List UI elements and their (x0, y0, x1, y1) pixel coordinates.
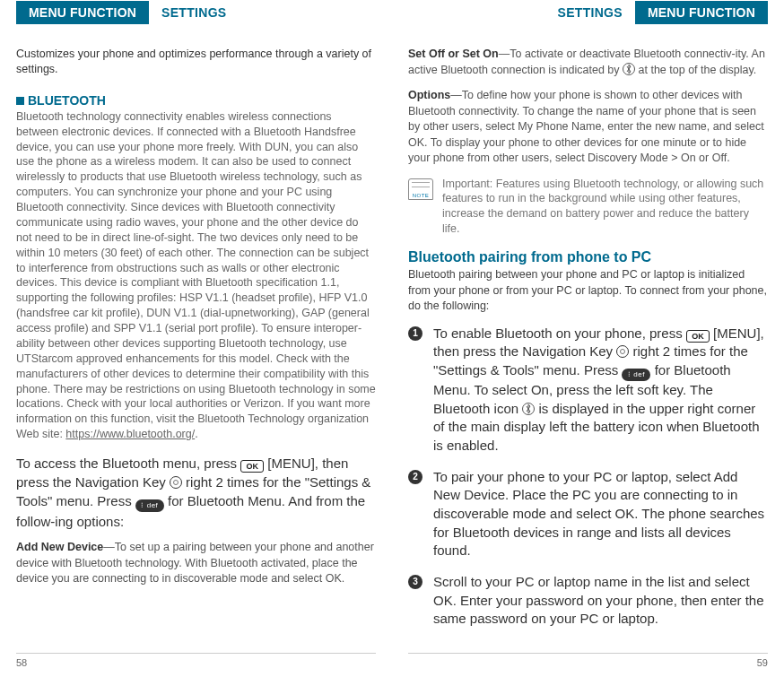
step-number-1: 1 (408, 326, 422, 341)
def-key-icon: ⁝ def (622, 369, 650, 381)
step-1-text: To enable Bluetooth on your phone, press… (433, 325, 768, 456)
note-icon (408, 178, 433, 200)
page-59: SETTINGS MENU FUNCTION Set Off or Set On… (392, 0, 784, 677)
step-1: 1 To enable Bluetooth on your phone, pre… (408, 325, 768, 456)
header-section: SETTINGS (149, 5, 239, 20)
note-text: Important: Features using Bluetooth tech… (442, 177, 768, 238)
page-header-right: SETTINGS MENU FUNCTION (408, 0, 768, 25)
ok-key-icon: OK (686, 330, 710, 343)
bluetooth-url: https://www.bluetooth.org/ (65, 428, 195, 440)
navigation-key-icon (170, 476, 182, 489)
ok-key-icon: OK (240, 460, 264, 473)
step-2-text: To pair your phone to your PC or laptop,… (433, 468, 768, 560)
heading-square-icon (16, 97, 24, 105)
page-58: MENU FUNCTION SETTINGS Customizes your p… (0, 0, 392, 677)
page-header-left: MENU FUNCTION SETTINGS (16, 0, 376, 25)
add-new-device-para: Add New Device—To set up a pairing betwe… (16, 540, 376, 587)
options-label: Options (408, 89, 450, 101)
step-3: 3 Scroll to your PC or laptop name in th… (408, 573, 768, 629)
options-para: Options—To define how your phone is show… (408, 88, 768, 167)
pairing-intro: Bluetooth pairing between your phone and… (408, 267, 768, 315)
bluetooth-icon (522, 402, 535, 414)
bluetooth-heading: BLUETOOTH (16, 93, 376, 108)
bluetooth-description: Bluetooth technology connectivity enable… (16, 109, 376, 442)
header-tab: MENU FUNCTION (635, 1, 768, 24)
page-number-left: 58 (16, 653, 376, 668)
header-tab: MENU FUNCTION (16, 1, 149, 24)
step-3-text: Scroll to your PC or laptop name in the … (433, 573, 768, 629)
pairing-heading: Bluetooth pairing from phone to PC (408, 249, 768, 265)
set-on-off-para: Set Off or Set On—To activate or deactiv… (408, 47, 768, 78)
important-note: Important: Features using Bluetooth tech… (408, 177, 768, 238)
add-new-device-label: Add New Device (16, 541, 103, 553)
bluetooth-icon (623, 63, 635, 75)
intro-text: Customizes your phone and optimizes perf… (16, 47, 376, 77)
set-on-off-label: Set Off or Set On (408, 48, 499, 60)
step-number-3: 3 (408, 575, 422, 589)
step-2: 2 To pair your phone to your PC or lapto… (408, 468, 768, 560)
header-section: SETTINGS (545, 5, 635, 20)
navigation-key-icon (616, 345, 629, 358)
def-key-icon: ⁝ def (135, 499, 164, 512)
bluetooth-access-instructions: To access the Bluetooth menu, press OK [… (16, 454, 376, 531)
page-number-right: 59 (408, 653, 768, 668)
step-number-2: 2 (408, 470, 422, 484)
bluetooth-heading-label: BLUETOOTH (28, 93, 106, 108)
